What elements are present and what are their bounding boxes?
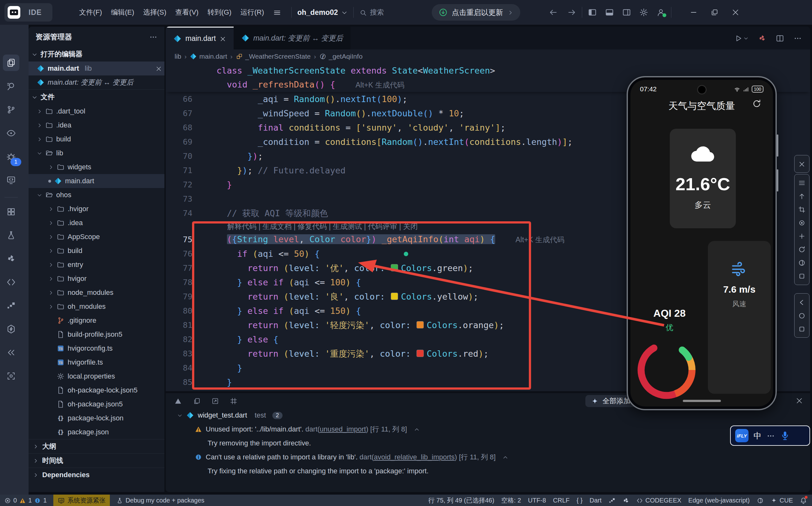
cursor-position[interactable]: 行 75, 列 49 (已选择46) (428, 496, 494, 505)
ime-language[interactable]: 中 (754, 431, 761, 441)
breadcrumb-item[interactable]: main.dart (190, 53, 227, 60)
locate-button[interactable] (795, 256, 809, 269)
activity-item-deveco[interactable] (3, 250, 19, 267)
tree-item-.gitignore[interactable]: .gitignore (28, 314, 164, 328)
activity-item-search[interactable] (3, 78, 19, 94)
activity-item-extensions[interactable] (3, 203, 19, 220)
tree-item-.idea[interactable]: .idea (28, 118, 164, 132)
activity-item-inspect[interactable] (3, 368, 19, 384)
problem-suggestion[interactable]: Try fixing the relative path or changing… (166, 464, 810, 478)
files-section-header[interactable]: 文件 (28, 89, 164, 104)
problem-row[interactable]: Unused import: '../lib/main.dart'. dart(… (166, 422, 810, 436)
close-panel-button[interactable] (796, 396, 803, 405)
more-actions-icon[interactable] (149, 32, 157, 41)
activity-item-tests[interactable] (3, 227, 19, 244)
tree-item-node_modules[interactable]: node_modules (28, 286, 164, 300)
crop-button[interactable] (795, 203, 809, 216)
tree-item-oh-package-lock.json5[interactable]: oh-package-lock.json5 (28, 383, 164, 397)
open-editors-header[interactable]: 打开的编辑器 (28, 47, 164, 62)
collapse-icon[interactable] (414, 425, 420, 433)
restore-button[interactable] (706, 0, 724, 25)
menu-item[interactable]: 选择(S) (139, 0, 171, 25)
menu-item[interactable]: 运行(R) (236, 0, 269, 25)
activity-item-remote-device[interactable] (3, 172, 19, 188)
tree-item-ohos[interactable]: ohos (28, 188, 164, 202)
record-button[interactable] (795, 216, 809, 230)
planet-icon[interactable] (757, 497, 764, 504)
refresh-icon[interactable] (752, 99, 761, 108)
color-swatch[interactable] (391, 292, 398, 300)
tree-item-entry[interactable]: entry (28, 258, 164, 272)
sidebar-section-Dependencies[interactable]: Dependencies (28, 468, 164, 482)
close-preview-button[interactable] (795, 157, 809, 171)
indentation[interactable]: 空格: 2 (501, 496, 521, 505)
nav-forward-button[interactable] (567, 8, 576, 17)
editor-tab[interactable]: main.dart (166, 27, 233, 50)
activity-item-debug[interactable]: 1 (3, 148, 19, 165)
tree-item-build[interactable]: build (28, 132, 164, 146)
menu-item[interactable]: 转到(G) (203, 0, 236, 25)
activity-item-explorer[interactable] (3, 55, 19, 71)
open-in-new-icon[interactable] (211, 397, 219, 405)
nav-back-button[interactable] (795, 296, 809, 309)
tree-item-main.dart[interactable]: main.dart (28, 174, 164, 188)
minimize-button[interactable] (685, 0, 702, 25)
list-button[interactable] (795, 176, 809, 190)
debug-config[interactable]: Debug my code + packages (117, 497, 204, 504)
ime-handle-icon[interactable] (766, 431, 775, 440)
notifications-bell[interactable] (800, 497, 807, 504)
toggle-bottom-panel-button[interactable] (605, 8, 614, 17)
braces-indicator[interactable]: { } (577, 497, 583, 504)
color-swatch[interactable] (391, 264, 398, 271)
close-window-button[interactable] (727, 0, 744, 25)
collapse-icon[interactable] (502, 453, 508, 461)
problems-counts[interactable]: 0 1 1 (4, 497, 47, 504)
color-swatch[interactable] (416, 321, 424, 328)
close-icon[interactable] (155, 64, 162, 73)
editor-more-actions[interactable] (794, 33, 802, 42)
blocks-icon[interactable] (609, 497, 615, 504)
hamburger-menu[interactable] (269, 0, 286, 25)
language-mode[interactable]: Dart (590, 497, 602, 504)
tree-item-.idea[interactable]: .idea (28, 216, 164, 230)
tree-item-hvigor[interactable]: hvigor (28, 272, 164, 286)
breadcrumb-item[interactable]: f_getAqiInfo (319, 53, 362, 60)
open-editor-item[interactable]: main.dart: 变更前 ↔ 变更后 (28, 75, 164, 89)
menu-item[interactable]: 文件(F) (75, 0, 106, 25)
eol-sequence[interactable]: CRLF (553, 497, 569, 504)
tree-item-package.json[interactable]: {}package.json (28, 425, 164, 439)
nav-recents-button[interactable] (795, 322, 809, 335)
run-button[interactable] (735, 34, 748, 42)
open-editor-item[interactable]: main.dartlib (28, 62, 164, 75)
copy-icon[interactable] (193, 397, 201, 405)
problem-row[interactable]: Can't use a relative path to import a li… (166, 450, 810, 464)
ime-logo[interactable]: iFLY (735, 429, 748, 442)
tree-item-hvigorconfig.ts[interactable]: TShvigorconfig.ts (28, 341, 164, 355)
activity-item-ohos[interactable] (3, 321, 19, 337)
resource-warning-badge[interactable]: 系统资源紧张 (53, 495, 110, 506)
breadcrumb[interactable]: lib›main.dart›_WeatherScreenState›f_getA… (166, 50, 810, 63)
phone-emulator[interactable]: 07:42 100 天气与空气质量 21.6°C 多云 AQI 28 优 7.6… (627, 76, 777, 410)
tree-item-.dart_tool[interactable]: .dart_tool (28, 104, 164, 118)
toggle-left-panel-button[interactable] (588, 8, 597, 17)
sidebar-section-时间线[interactable]: 时间线 (28, 453, 164, 468)
tree-item-.hvigor[interactable]: .hvigor (28, 202, 164, 216)
restart-update-button[interactable]: 点击重启以更新 (432, 4, 520, 21)
settings-gear-button[interactable] (639, 8, 648, 17)
activity-item-blocks[interactable] (3, 298, 19, 314)
lint-rule-link[interactable]: unused_import (320, 425, 366, 433)
toggle-right-panel-button[interactable] (622, 8, 631, 17)
codegeex-status[interactable]: CODEGEEX (636, 497, 681, 504)
nav-home-button[interactable] (795, 309, 809, 322)
deveco-icon[interactable] (622, 497, 629, 504)
problems-group[interactable]: widget_test.darttest2 (166, 408, 810, 422)
mic-icon[interactable] (780, 431, 790, 441)
scroll-top-button[interactable] (795, 190, 809, 203)
tree-item-hvigorfile.ts[interactable]: TShvigorfile.ts (28, 355, 164, 369)
problem-suggestion[interactable]: Try removing the import directive. (166, 436, 810, 450)
tree-item-package-lock.json[interactable]: {}package-lock.json (28, 411, 164, 425)
tree-item-widgets[interactable]: widgets (28, 160, 164, 174)
breadcrumb-item[interactable]: lib (175, 53, 181, 60)
close-tab-icon[interactable] (220, 34, 226, 43)
analysis-triangle-icon[interactable] (174, 396, 182, 405)
